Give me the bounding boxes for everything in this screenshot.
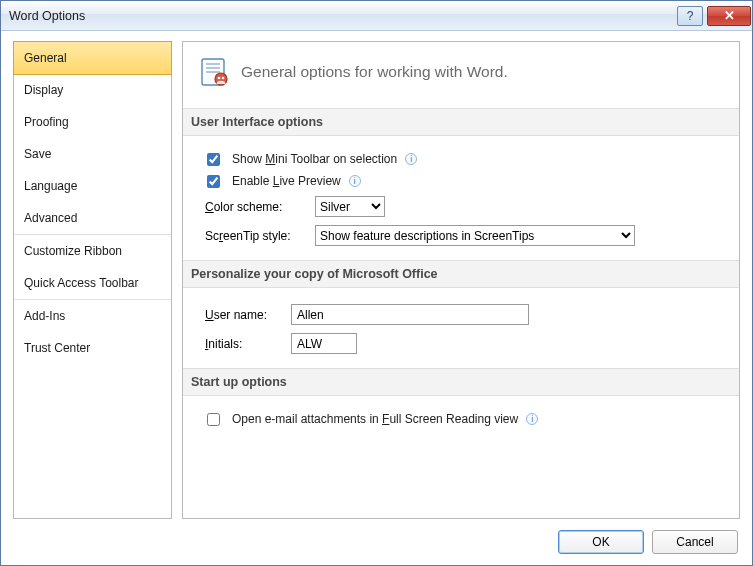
info-icon[interactable]: i — [405, 153, 417, 165]
info-icon[interactable]: i — [349, 175, 361, 187]
live-preview-checkbox[interactable] — [207, 175, 220, 188]
color-scheme-select[interactable]: Silver — [315, 196, 385, 217]
body-area: General Display Proofing Save Language A… — [1, 31, 752, 519]
mini-toolbar-label: Show Mini Toolbar on selection — [232, 152, 397, 166]
section-header-ui-options: User Interface options — [183, 108, 739, 136]
content-header-text: General options for working with Word. — [241, 63, 508, 81]
sidebar: General Display Proofing Save Language A… — [13, 41, 172, 519]
checkbox-row-fullscreen-reading[interactable]: Open e-mail attachments in Full Screen R… — [199, 408, 723, 430]
screentip-label: ScreenTip style: — [205, 229, 307, 243]
content-pane: General options for working with Word. U… — [182, 41, 740, 519]
section-header-personalize: Personalize your copy of Microsoft Offic… — [183, 260, 739, 288]
window-title: Word Options — [1, 9, 677, 23]
checkbox-row-live-preview[interactable]: Enable Live Preview i — [199, 170, 723, 192]
screentip-row: ScreenTip style: Show feature descriptio… — [199, 221, 723, 250]
help-button[interactable]: ? — [677, 6, 703, 26]
sidebar-item-trust-center[interactable]: Trust Center — [14, 332, 171, 364]
sidebar-item-quick-access-toolbar[interactable]: Quick Access Toolbar — [14, 267, 171, 299]
svg-point-5 — [218, 77, 221, 80]
color-scheme-label: Color scheme: — [205, 200, 307, 214]
word-options-dialog: Word Options ? ✕ General Display Proofin… — [0, 0, 753, 566]
username-row: User name: — [199, 300, 723, 329]
info-icon[interactable]: i — [526, 413, 538, 425]
dialog-footer: OK Cancel — [1, 519, 752, 565]
titlebar[interactable]: Word Options ? ✕ — [1, 1, 752, 31]
initials-input[interactable] — [291, 333, 357, 354]
sidebar-item-general[interactable]: General — [13, 41, 172, 75]
screentip-select[interactable]: Show feature descriptions in ScreenTips — [315, 225, 635, 246]
content-header: General options for working with Word. — [199, 56, 723, 88]
sidebar-item-customize-ribbon[interactable]: Customize Ribbon — [14, 235, 171, 267]
sidebar-item-language[interactable]: Language — [14, 170, 171, 202]
sidebar-item-advanced[interactable]: Advanced — [14, 202, 171, 234]
sidebar-item-save[interactable]: Save — [14, 138, 171, 170]
initials-label: Initials: — [205, 337, 283, 351]
sidebar-item-display[interactable]: Display — [14, 74, 171, 106]
checkbox-row-mini-toolbar[interactable]: Show Mini Toolbar on selection i — [199, 148, 723, 170]
sidebar-item-add-ins[interactable]: Add-Ins — [14, 300, 171, 332]
username-label: User name: — [205, 308, 283, 322]
svg-point-6 — [222, 77, 225, 80]
live-preview-label: Enable Live Preview — [232, 174, 341, 188]
username-input[interactable] — [291, 304, 529, 325]
close-button[interactable]: ✕ — [707, 6, 751, 26]
mini-toolbar-checkbox[interactable] — [207, 153, 220, 166]
initials-row: Initials: — [199, 329, 723, 358]
cancel-button[interactable]: Cancel — [652, 530, 738, 554]
sidebar-item-proofing[interactable]: Proofing — [14, 106, 171, 138]
fullscreen-reading-checkbox[interactable] — [207, 413, 220, 426]
section-header-startup: Start up options — [183, 368, 739, 396]
fullscreen-reading-label: Open e-mail attachments in Full Screen R… — [232, 412, 518, 426]
close-icon: ✕ — [724, 8, 735, 23]
options-general-icon — [199, 56, 231, 88]
color-scheme-row: Color scheme: Silver — [199, 192, 723, 221]
ok-button[interactable]: OK — [558, 530, 644, 554]
